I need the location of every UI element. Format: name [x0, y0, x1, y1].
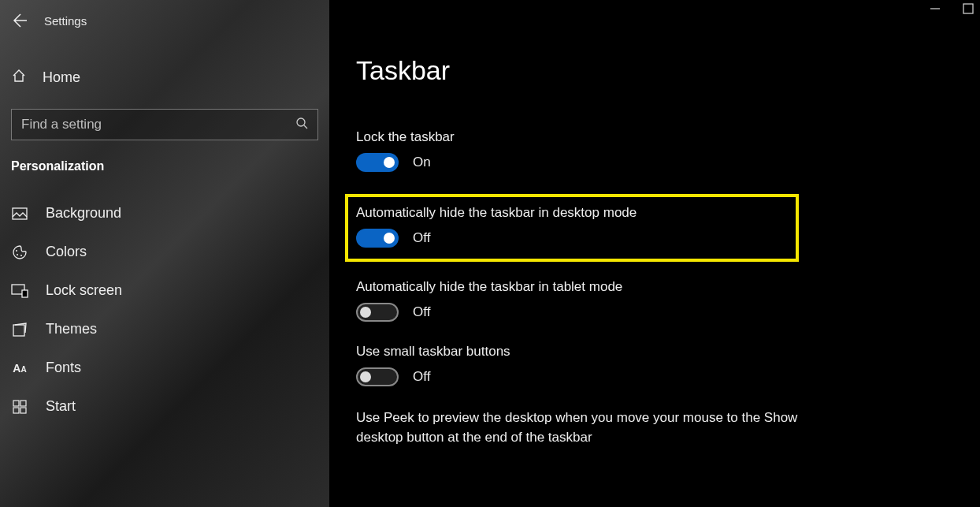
palette-icon	[11, 244, 28, 260]
main-content: Taskbar Lock the taskbar On Automaticall…	[329, 0, 980, 507]
sidebar-item-lock-screen[interactable]: Lock screen	[0, 271, 329, 310]
svg-rect-9	[13, 401, 19, 406]
toggle-state: Off	[413, 304, 430, 320]
highlight-box: Automatically hide the taskbar in deskto…	[345, 194, 799, 262]
image-icon	[11, 207, 28, 220]
svg-rect-11	[13, 408, 19, 413]
sidebar-item-themes[interactable]: Themes	[0, 310, 329, 349]
sidebar-item-label: Lock screen	[46, 282, 122, 299]
svg-point-4	[17, 254, 18, 255]
home-icon	[11, 68, 27, 87]
svg-point-3	[16, 250, 17, 252]
setting-label: Automatically hide the taskbar in deskto…	[356, 205, 788, 221]
fonts-icon: AA	[11, 362, 28, 375]
svg-line-1	[304, 125, 307, 129]
svg-rect-2	[13, 208, 27, 219]
sidebar-home[interactable]: Home	[0, 60, 329, 95]
sidebar-header: Settings	[0, 5, 329, 36]
sidebar-item-start[interactable]: Start	[0, 387, 329, 426]
svg-rect-7	[22, 290, 28, 297]
sidebar-item-label: Start	[46, 398, 76, 415]
toggle-small-buttons[interactable]	[356, 367, 399, 386]
svg-rect-8	[13, 325, 24, 336]
themes-icon	[11, 322, 28, 337]
setting-lock-taskbar: Lock the taskbar On	[356, 129, 980, 172]
toggle-state: On	[413, 155, 431, 170]
sidebar-item-label: Themes	[46, 321, 97, 337]
toggle-autohide-tablet[interactable]	[356, 303, 399, 322]
page-title: Taskbar	[356, 55, 980, 86]
category-label: Personalization	[0, 140, 329, 180]
sidebar-item-label: Background	[46, 205, 121, 222]
start-icon	[11, 400, 28, 414]
lock-screen-icon	[11, 284, 28, 298]
toggle-state: Off	[413, 369, 430, 385]
setting-label: Use small taskbar buttons	[356, 344, 980, 360]
svg-rect-12	[20, 408, 26, 413]
search-box[interactable]	[11, 109, 318, 140]
setting-label: Lock the taskbar	[356, 129, 980, 145]
nav-list: Background Colors Lock screen Themes AA …	[0, 194, 329, 426]
maximize-button[interactable]	[963, 3, 974, 17]
toggle-autohide-desktop[interactable]	[356, 229, 399, 248]
window-controls	[930, 3, 974, 17]
sidebar-item-label: Fonts	[46, 360, 81, 376]
sidebar-item-background[interactable]: Background	[0, 194, 329, 233]
sidebar-home-label: Home	[43, 69, 80, 86]
minimize-button[interactable]	[930, 3, 941, 17]
setting-autohide-tablet: Automatically hide the taskbar in tablet…	[356, 279, 980, 322]
svg-point-5	[20, 255, 22, 256]
sidebar-item-fonts[interactable]: AA Fonts	[0, 349, 329, 387]
svg-rect-14	[963, 4, 973, 13]
search-input[interactable]	[21, 117, 295, 132]
toggle-lock-taskbar[interactable]	[356, 153, 399, 172]
toggle-state: Off	[413, 230, 430, 246]
sidebar-item-label: Colors	[46, 244, 87, 260]
sidebar: Settings Home Personalization Background…	[0, 0, 329, 507]
peek-description: Use Peek to preview the desktop when you…	[356, 408, 821, 447]
setting-label: Automatically hide the taskbar in tablet…	[356, 279, 980, 295]
svg-rect-10	[20, 401, 26, 406]
svg-point-0	[297, 118, 305, 126]
app-title: Settings	[44, 14, 87, 28]
search-icon	[295, 117, 308, 132]
back-icon[interactable]	[11, 13, 27, 28]
setting-small-buttons: Use small taskbar buttons Off	[356, 344, 980, 386]
sidebar-item-colors[interactable]: Colors	[0, 233, 329, 271]
